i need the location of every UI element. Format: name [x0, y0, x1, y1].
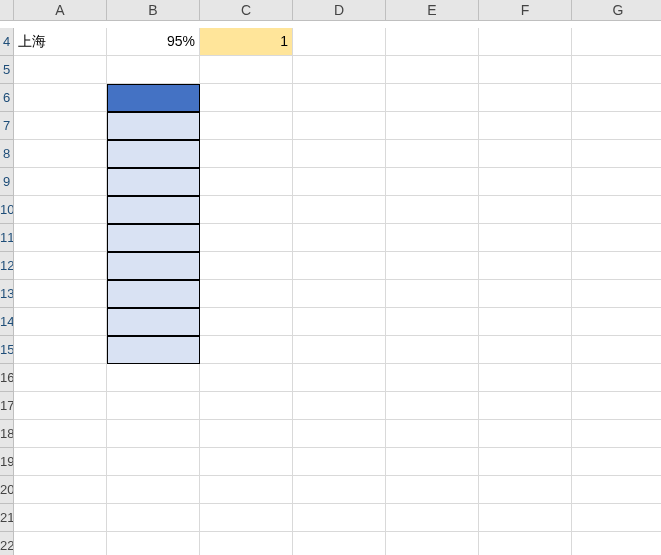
- cell-A10[interactable]: [14, 196, 107, 224]
- cell-E15[interactable]: [386, 336, 479, 364]
- cell-F4[interactable]: [479, 28, 572, 56]
- cell-C20[interactable]: [200, 476, 293, 504]
- cell-G8[interactable]: [572, 140, 661, 168]
- row-header-18[interactable]: 18: [0, 420, 14, 448]
- cell-F11[interactable]: [479, 224, 572, 252]
- cell-D5[interactable]: [293, 56, 386, 84]
- row-header-7[interactable]: 7: [0, 112, 14, 140]
- cell-F21[interactable]: [479, 504, 572, 532]
- cell-E16[interactable]: [386, 364, 479, 392]
- cell-D4[interactable]: [293, 28, 386, 56]
- cell-B18[interactable]: [107, 420, 200, 448]
- cell-A13[interactable]: [14, 280, 107, 308]
- cell-G17[interactable]: [572, 392, 661, 420]
- cell-F20[interactable]: [479, 476, 572, 504]
- cell-D18[interactable]: [293, 420, 386, 448]
- cell-D14[interactable]: [293, 308, 386, 336]
- cell-E5[interactable]: [386, 56, 479, 84]
- cell-B19[interactable]: [107, 448, 200, 476]
- cell-C22[interactable]: [200, 532, 293, 555]
- cell-B6[interactable]: [107, 84, 200, 112]
- cell-E11[interactable]: [386, 224, 479, 252]
- cell-G13[interactable]: [572, 280, 661, 308]
- cell-C13[interactable]: [200, 280, 293, 308]
- row-header-6[interactable]: 6: [0, 84, 14, 112]
- row-header-8[interactable]: 8: [0, 140, 14, 168]
- cell-C9[interactable]: [200, 168, 293, 196]
- cell-B12[interactable]: [107, 252, 200, 280]
- cell-G19[interactable]: [572, 448, 661, 476]
- cell-D8[interactable]: [293, 140, 386, 168]
- cell-C6[interactable]: [200, 84, 293, 112]
- row-header-19[interactable]: 19: [0, 448, 14, 476]
- cell-F19[interactable]: [479, 448, 572, 476]
- row-header-22[interactable]: 22: [0, 532, 14, 555]
- cell-A15[interactable]: [14, 336, 107, 364]
- cell-F9[interactable]: [479, 168, 572, 196]
- col-header-G[interactable]: G: [572, 0, 661, 21]
- col-header-B[interactable]: B: [107, 0, 200, 21]
- cell-C12[interactable]: [200, 252, 293, 280]
- cell-A8[interactable]: [14, 140, 107, 168]
- cell-A12[interactable]: [14, 252, 107, 280]
- cell-G10[interactable]: [572, 196, 661, 224]
- cell-C14[interactable]: [200, 308, 293, 336]
- row-header-21[interactable]: 21: [0, 504, 14, 532]
- cell-C7[interactable]: [200, 112, 293, 140]
- cell-G4[interactable]: [572, 28, 661, 56]
- cell-G11[interactable]: [572, 224, 661, 252]
- cell-E7[interactable]: [386, 112, 479, 140]
- cell-D16[interactable]: [293, 364, 386, 392]
- cell-G22[interactable]: [572, 532, 661, 555]
- cell-B17[interactable]: [107, 392, 200, 420]
- cell-F22[interactable]: [479, 532, 572, 555]
- cell-D12[interactable]: [293, 252, 386, 280]
- cell-E8[interactable]: [386, 140, 479, 168]
- cell-B16[interactable]: [107, 364, 200, 392]
- cell-D9[interactable]: [293, 168, 386, 196]
- cell-G18[interactable]: [572, 420, 661, 448]
- cell-A9[interactable]: [14, 168, 107, 196]
- cell-D17[interactable]: [293, 392, 386, 420]
- row-header-17[interactable]: 17: [0, 392, 14, 420]
- cell-E9[interactable]: [386, 168, 479, 196]
- cell-A7[interactable]: [14, 112, 107, 140]
- cell-E4[interactable]: [386, 28, 479, 56]
- cell-F17[interactable]: [479, 392, 572, 420]
- row-header-10[interactable]: 10: [0, 196, 14, 224]
- cell-E20[interactable]: [386, 476, 479, 504]
- cell-G9[interactable]: [572, 168, 661, 196]
- cell-A11[interactable]: [14, 224, 107, 252]
- cell-B13[interactable]: [107, 280, 200, 308]
- cell-F7[interactable]: [479, 112, 572, 140]
- cell-A4[interactable]: 上海: [14, 28, 107, 56]
- cell-F8[interactable]: [479, 140, 572, 168]
- cell-F15[interactable]: [479, 336, 572, 364]
- cell-A19[interactable]: [14, 448, 107, 476]
- cell-E14[interactable]: [386, 308, 479, 336]
- cell-E22[interactable]: [386, 532, 479, 555]
- cell-A20[interactable]: [14, 476, 107, 504]
- cell-G21[interactable]: [572, 504, 661, 532]
- cell-F13[interactable]: [479, 280, 572, 308]
- cell-B5[interactable]: [107, 56, 200, 84]
- cell-F14[interactable]: [479, 308, 572, 336]
- cell-D13[interactable]: [293, 280, 386, 308]
- cell-G12[interactable]: [572, 252, 661, 280]
- cell-G7[interactable]: [572, 112, 661, 140]
- row-header-16[interactable]: 16: [0, 364, 14, 392]
- col-header-F[interactable]: F: [479, 0, 572, 21]
- cell-B22[interactable]: [107, 532, 200, 555]
- cell-G16[interactable]: [572, 364, 661, 392]
- row-header-5[interactable]: 5: [0, 56, 14, 84]
- cell-F10[interactable]: [479, 196, 572, 224]
- cell-G6[interactable]: [572, 84, 661, 112]
- cell-B20[interactable]: [107, 476, 200, 504]
- cell-E10[interactable]: [386, 196, 479, 224]
- cell-C8[interactable]: [200, 140, 293, 168]
- cell-B14[interactable]: [107, 308, 200, 336]
- cell-C4[interactable]: 1: [200, 28, 293, 56]
- cell-B8[interactable]: [107, 140, 200, 168]
- cell-D15[interactable]: [293, 336, 386, 364]
- cell-E19[interactable]: [386, 448, 479, 476]
